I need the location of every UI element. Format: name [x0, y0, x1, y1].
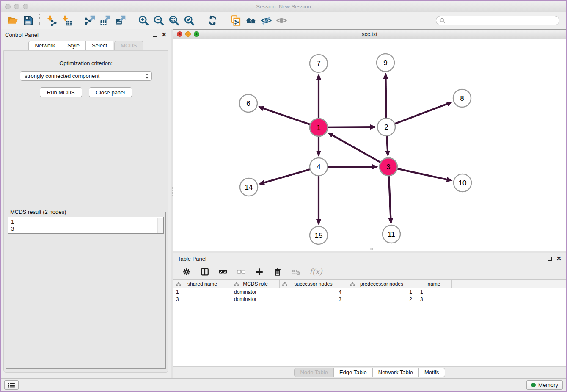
export-table-button[interactable]: [97, 14, 113, 28]
add-column-plus-icon[interactable]: [255, 267, 264, 276]
delete-column-trash-icon[interactable]: [273, 267, 282, 276]
node-label: 10: [459, 179, 467, 187]
import-table-button[interactable]: [59, 14, 74, 28]
search-input[interactable]: [447, 18, 556, 24]
cell-name[interactable]: 1: [416, 289, 452, 295]
unselect-all-icon[interactable]: [237, 267, 246, 276]
table-toolbar: f(x): [173, 264, 566, 279]
edge-2-8[interactable]: [386, 102, 451, 127]
canvas-resize-grip[interactable]: [370, 248, 373, 250]
cell-shared-name[interactable]: 3: [173, 296, 231, 302]
list-icon: [8, 382, 15, 388]
close-panel-button[interactable]: Close panel: [89, 87, 132, 97]
criterion-select[interactable]: strongly connected component: [20, 71, 152, 81]
control-panel: Control Panel ✕ Network Style Select MCD…: [1, 29, 171, 378]
run-mcds-button[interactable]: Run MCDS: [40, 87, 82, 97]
export-table-icon: [99, 15, 111, 26]
table-settings-gear-icon[interactable]: [182, 267, 191, 276]
import-network-button[interactable]: [44, 14, 59, 28]
column-label: MCDS role: [243, 281, 268, 287]
main-area: Control Panel ✕ Network Style Select MCD…: [1, 29, 566, 378]
export-network-button[interactable]: [82, 14, 97, 28]
float-table-panel-icon[interactable]: [548, 257, 552, 261]
criterion-selected-value: strongly connected component: [25, 73, 145, 79]
open-session-button[interactable]: [5, 14, 20, 28]
import-network-icon: [46, 15, 57, 26]
two-houses-icon: [245, 15, 257, 26]
save-session-button[interactable]: [20, 14, 36, 28]
clone-network-icon: [230, 15, 242, 26]
result-scrollbar[interactable]: [157, 218, 163, 233]
zoom-selected-button[interactable]: [182, 14, 197, 28]
memory-button[interactable]: Memory: [526, 380, 563, 390]
control-panel-title: Control Panel: [5, 32, 39, 38]
column-label: name: [427, 281, 440, 287]
node-label: 15: [315, 232, 323, 240]
network-canvas[interactable]: 7 9 6 8 1 2 4 3 14 10 15 11: [173, 39, 566, 251]
toolbar-separator: [224, 14, 224, 27]
save-floppy-icon: [22, 15, 34, 26]
toolbar-separator: [201, 14, 201, 27]
column-header-shared-name[interactable]: shared name: [173, 280, 231, 288]
tab-network-table[interactable]: Network Table: [373, 368, 419, 377]
mcds-result-group: MCDS result (2 nodes) 1 3: [6, 209, 166, 369]
show-graphics-button[interactable]: [274, 14, 289, 28]
apply-layout-button[interactable]: [205, 14, 220, 28]
first-neighbors-button[interactable]: [243, 14, 259, 28]
cell-shared-name[interactable]: 1: [173, 289, 231, 295]
table-panel-header: Table Panel ✕: [173, 253, 566, 264]
tab-node-table[interactable]: Node Table: [294, 368, 334, 377]
table-row[interactable]: 1 dominator 4 1 1: [173, 288, 566, 295]
zoom-fit-button[interactable]: [166, 14, 182, 28]
export-image-button[interactable]: [113, 14, 128, 28]
toggle-panels-icon[interactable]: [200, 267, 209, 276]
cell-mcds-role[interactable]: dominator: [231, 289, 280, 295]
cell-name[interactable]: 3: [416, 296, 452, 302]
close-table-panel-icon[interactable]: ✕: [556, 257, 561, 261]
tab-network[interactable]: Network: [28, 41, 61, 50]
column-header-name[interactable]: name: [416, 280, 452, 288]
task-history-button[interactable]: [4, 380, 19, 390]
tab-select[interactable]: Select: [86, 41, 113, 50]
function-builder-button[interactable]: f(x): [309, 267, 322, 276]
cell-successor-nodes[interactable]: 4: [280, 289, 347, 295]
edge-3-10[interactable]: [388, 167, 451, 180]
search-field[interactable]: [436, 16, 559, 25]
clone-network-button[interactable]: [228, 14, 243, 28]
zoom-fit-icon: [168, 15, 180, 26]
node-table: shared name MCDS role successor nodes pr…: [173, 279, 566, 366]
tree-icon: [176, 282, 181, 286]
mcds-result-title: MCDS result (2 nodes): [9, 209, 67, 215]
import-table-icon: [61, 15, 72, 26]
column-header-mcds-role[interactable]: MCDS role: [231, 280, 280, 288]
zoom-in-button[interactable]: [136, 14, 151, 28]
column-header-successor-nodes[interactable]: successor nodes: [280, 280, 347, 288]
zoom-in-icon: [138, 15, 149, 26]
control-panel-tabs: Network Style Select MCDS: [1, 40, 171, 50]
cell-mcds-role[interactable]: dominator: [231, 296, 280, 302]
cell-predecessor-nodes[interactable]: 2: [347, 296, 416, 302]
status-bar: Memory: [1, 378, 566, 391]
memory-status-dot-icon: [531, 383, 536, 387]
tab-style[interactable]: Style: [61, 41, 86, 50]
edge-3-1[interactable]: [329, 133, 389, 167]
select-all-icon[interactable]: [218, 267, 228, 276]
tab-edge-table[interactable]: Edge Table: [334, 368, 373, 377]
tab-mcds[interactable]: MCDS: [114, 41, 143, 50]
table-row[interactable]: 3 dominator 3 2 3: [173, 295, 566, 303]
delete-table-icon[interactable]: [291, 267, 300, 276]
column-header-predecessor-nodes[interactable]: predecessor nodes: [347, 280, 416, 288]
tab-motifs[interactable]: Motifs: [419, 368, 445, 377]
node-label: 3: [386, 163, 390, 171]
node-label: 8: [460, 94, 464, 102]
zoom-out-button[interactable]: [151, 14, 166, 28]
table-tabs-bar: Node Table Edge Table Network Table Moti…: [173, 366, 566, 378]
select-stepper-icon: [145, 73, 149, 79]
titlebar: Session: New Session: [1, 1, 566, 12]
close-panel-icon[interactable]: ✕: [161, 33, 167, 37]
cell-successor-nodes[interactable]: 3: [280, 296, 347, 302]
cell-predecessor-nodes[interactable]: 1: [347, 289, 416, 295]
hide-graphics-button[interactable]: [259, 14, 274, 28]
mcds-result-textarea[interactable]: 1 3: [8, 217, 164, 234]
float-panel-icon[interactable]: [153, 33, 157, 37]
